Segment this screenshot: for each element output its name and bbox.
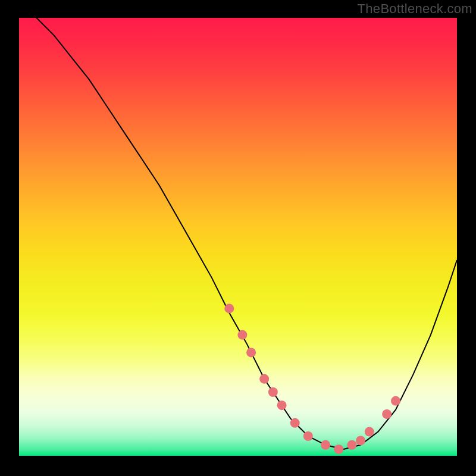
- chart-stage: TheBottleneck.com: [0, 0, 476, 476]
- highlight-dot: [356, 436, 365, 445]
- watermark-label: TheBottleneck.com: [358, 1, 472, 17]
- highlight-dot: [303, 431, 313, 441]
- bottleneck-curve: [36, 18, 457, 449]
- highlight-dot: [224, 303, 234, 313]
- highlight-dot: [277, 400, 287, 410]
- highlight-dot: [290, 418, 300, 428]
- highlight-dot: [246, 347, 256, 357]
- highlight-dot: [382, 409, 392, 419]
- highlight-dot: [391, 396, 400, 406]
- highlight-dot: [268, 387, 278, 397]
- chart-svg: [19, 18, 457, 458]
- highlight-dots: [224, 303, 400, 454]
- highlight-dot: [259, 374, 269, 384]
- highlight-dot: [365, 427, 374, 437]
- highlight-dot: [321, 440, 330, 450]
- highlight-dot: [237, 330, 247, 340]
- highlight-dot: [347, 440, 356, 450]
- highlight-dot: [334, 444, 343, 454]
